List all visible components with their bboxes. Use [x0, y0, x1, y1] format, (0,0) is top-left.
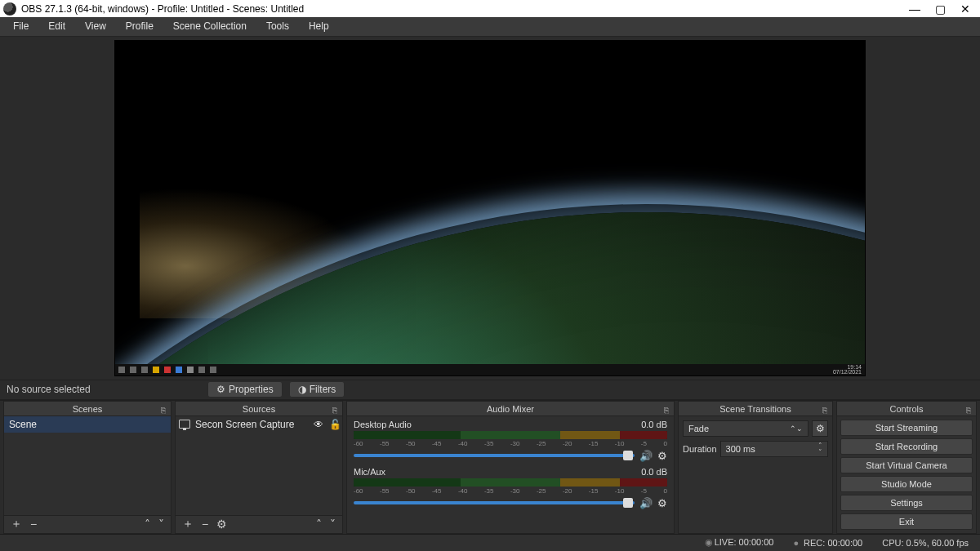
panel-mixer-title: Audio Mixer: [487, 404, 534, 414]
preview-canvas[interactable]: 19:1407/12/2021: [114, 40, 866, 376]
studio-mode-button[interactable]: Studio Mode: [840, 476, 973, 492]
menu-help[interactable]: Help: [301, 19, 337, 33]
gear-icon[interactable]: ⚙: [657, 497, 667, 509]
properties-label: Properties: [229, 384, 274, 395]
transition-select[interactable]: Fade ⌃⌄: [683, 420, 808, 437]
mixer-channel-name: Mic/Aux: [354, 467, 385, 477]
mixer-channel-level: 0.0 dB: [641, 420, 667, 429]
display-capture-icon: [179, 420, 190, 429]
gear-icon[interactable]: ⚙: [657, 450, 667, 462]
remove-source-button[interactable]: −: [202, 518, 208, 531]
volume-slider[interactable]: [354, 501, 635, 504]
add-source-button[interactable]: ＋: [182, 517, 194, 531]
preview-area[interactable]: 19:1407/12/2021: [0, 37, 980, 380]
menu-edit[interactable]: Edit: [40, 19, 74, 33]
bottom-docks: Scenes ⎘ Scene ＋ − ˄ ˅ Sources ⎘ Secon S…: [0, 400, 980, 534]
gear-icon: ⚙: [816, 423, 825, 434]
volume-slider[interactable]: [354, 454, 635, 457]
captured-taskbar: 19:1407/12/2021: [115, 364, 865, 375]
panel-sources-header: Sources ⎘: [176, 402, 342, 416]
no-source-label: No source selected: [7, 384, 201, 395]
maximize-icon[interactable]: ▢: [935, 3, 946, 15]
obs-app-icon: [3, 2, 16, 16]
chevron-updown-icon: ⌃⌄: [790, 424, 803, 433]
panel-scenes-title: Scenes: [73, 404, 103, 414]
menubar: File Edit View Profile Scene Collection …: [0, 17, 980, 36]
menu-scene-collection[interactable]: Scene Collection: [165, 19, 255, 33]
status-live: LIVE: 00:00:00: [705, 537, 774, 548]
mixer-channel-level: 0.0 dB: [641, 467, 667, 477]
duration-value: 300 ms: [726, 444, 755, 454]
undock-icon[interactable]: ⎘: [820, 403, 830, 413]
window-titlebar: OBS 27.1.3 (64-bit, windows) - Profile: …: [0, 0, 980, 17]
panel-scenes: Scenes ⎘ Scene ＋ − ˄ ˅: [3, 401, 172, 534]
status-cpu: CPU: 0.5%, 60.00 fps: [882, 538, 969, 548]
audio-meter: [354, 478, 667, 487]
transition-selected-label: Fade: [688, 424, 709, 433]
source-name: Secon Screen Capture: [195, 419, 294, 430]
close-icon[interactable]: ✕: [960, 3, 970, 15]
gear-icon: ⚙: [216, 384, 225, 395]
panel-controls-title: Controls: [890, 404, 924, 414]
mixer-channel: Mic/Aux 0.0 dB -60-55-50 -45-40-35 -30-2…: [347, 464, 674, 511]
speaker-icon[interactable]: 🔊: [639, 450, 653, 462]
panel-controls-header: Controls ⎘: [837, 402, 976, 416]
settings-button[interactable]: Settings: [840, 495, 973, 511]
panel-scene-transitions: Scene Transitions ⎘ Fade ⌃⌄ ⚙ Duration 3…: [678, 401, 833, 534]
lock-toggle-icon[interactable]: 🔓: [329, 419, 339, 430]
filters-label: Filters: [310, 384, 336, 395]
remove-scene-button[interactable]: −: [30, 518, 37, 531]
panel-controls: Controls ⎘ Start Streaming Start Recordi…: [836, 401, 977, 534]
menu-file[interactable]: File: [5, 19, 37, 33]
statusbar: LIVE: 00:00:00 REC: 00:00:00 CPU: 0.5%, …: [0, 534, 980, 551]
panel-trans-title: Scene Transitions: [719, 404, 791, 414]
panel-audio-mixer: Audio Mixer ⎘ Desktop Audio 0.0 dB -60-5…: [346, 401, 675, 534]
speaker-icon[interactable]: 🔊: [639, 497, 653, 509]
move-scene-up-button[interactable]: ˄: [145, 518, 150, 531]
scene-row-active[interactable]: Scene: [4, 416, 171, 433]
audio-meter-ticks: -60-55-50 -45-40-35 -30-25-20 -15-10-5 0: [354, 487, 667, 495]
transition-settings-button[interactable]: ⚙: [812, 420, 828, 437]
start-streaming-button[interactable]: Start Streaming: [840, 420, 973, 436]
undock-icon[interactable]: ⎘: [964, 403, 973, 413]
window-title: OBS 27.1.3 (64-bit, windows) - Profile: …: [21, 3, 909, 15]
sources-toolbar: ＋ − ⚙ ˄ ˅: [176, 515, 342, 533]
filters-button[interactable]: ◑ Filters: [289, 381, 345, 398]
menu-tools[interactable]: Tools: [258, 19, 297, 33]
scenes-toolbar: ＋ − ˄ ˅: [4, 515, 171, 533]
minimize-icon[interactable]: —: [909, 3, 920, 15]
visibility-toggle-icon[interactable]: 👁: [313, 419, 324, 430]
menu-view[interactable]: View: [77, 19, 114, 33]
status-rec: REC: 00:00:00: [793, 538, 862, 548]
panel-mixer-header: Audio Mixer ⎘: [347, 402, 674, 416]
add-scene-button[interactable]: ＋: [11, 517, 22, 531]
properties-button[interactable]: ⚙ Properties: [207, 381, 283, 398]
filters-icon: ◑: [298, 384, 306, 395]
source-properties-button[interactable]: ⚙: [216, 518, 227, 531]
panel-trans-header: Scene Transitions ⎘: [679, 402, 832, 416]
source-row[interactable]: Secon Screen Capture 👁 🔓: [176, 416, 342, 433]
duration-label: Duration: [683, 444, 717, 454]
undock-icon[interactable]: ⎘: [662, 403, 671, 413]
mixer-channel-name: Desktop Audio: [354, 420, 412, 429]
move-source-down-button[interactable]: ˅: [330, 518, 336, 531]
panel-scenes-header: Scenes ⎘: [4, 402, 171, 416]
mixer-channel: Desktop Audio 0.0 dB -60-55-50 -45-40-35…: [347, 416, 674, 464]
start-virtual-camera-button[interactable]: Start Virtual Camera: [840, 457, 973, 473]
exit-button[interactable]: Exit: [840, 513, 973, 530]
undock-icon[interactable]: ⎘: [330, 403, 340, 413]
undock-icon[interactable]: ⎘: [158, 403, 168, 413]
audio-meter-ticks: -60-55-50 -45-40-35 -30-25-20 -15-10-5 0: [354, 440, 667, 447]
menu-profile[interactable]: Profile: [118, 19, 162, 33]
source-context-bar: No source selected ⚙ Properties ◑ Filter…: [0, 380, 980, 400]
move-scene-down-button[interactable]: ˅: [158, 518, 164, 531]
start-recording-button[interactable]: Start Recording: [840, 438, 973, 455]
panel-sources-title: Sources: [243, 404, 275, 414]
panel-sources: Sources ⎘ Secon Screen Capture 👁 🔓 ＋ − ⚙…: [175, 401, 343, 534]
duration-field[interactable]: 300 ms ˄˅: [720, 441, 828, 457]
move-source-up-button[interactable]: ˄: [316, 518, 322, 531]
audio-meter: [354, 431, 667, 439]
spin-updown-icon[interactable]: ˄˅: [818, 442, 822, 455]
